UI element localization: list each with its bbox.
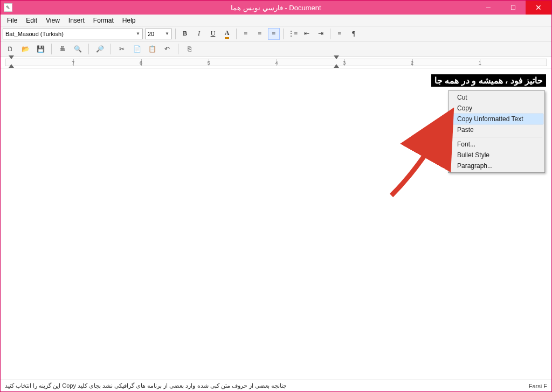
format-toolbar: Bat_Masoud (Turkish) ▼ 20 ▼ B I U A ≡ ≡ … bbox=[1, 26, 551, 41]
ctx-paste[interactable]: Paste bbox=[450, 124, 543, 135]
ctx-bullet[interactable]: Bullet Style bbox=[450, 150, 543, 160]
indent-marker-icon[interactable] bbox=[334, 55, 339, 59]
menu-file[interactable]: File bbox=[3, 16, 22, 25]
ruler-tick-label: 4 bbox=[275, 60, 278, 66]
separator bbox=[88, 44, 89, 54]
cut-button[interactable]: ✂ bbox=[116, 44, 127, 54]
ruler-tick-label: 5 bbox=[208, 60, 210, 66]
separator bbox=[111, 44, 111, 54]
menu-view[interactable]: View bbox=[42, 16, 64, 25]
align-center-button[interactable]: ≡ bbox=[254, 28, 266, 40]
indent-marker-icon[interactable] bbox=[334, 64, 339, 68]
open-button[interactable]: 📂 bbox=[20, 44, 31, 54]
font-name-select[interactable]: Bat_Masoud (Turkish) ▼ bbox=[3, 29, 143, 39]
maximize-button[interactable]: ☐ bbox=[501, 1, 526, 15]
indent-marker-icon[interactable] bbox=[9, 55, 14, 59]
ruler[interactable]: 1234567 bbox=[1, 57, 551, 68]
menu-bar: File Edit View Insert Format Help bbox=[1, 15, 551, 26]
menu-insert[interactable]: Insert bbox=[64, 16, 89, 25]
status-hint: چنانچه بعضی از حروف متن کپی شده وارد بعض… bbox=[5, 382, 287, 389]
ctx-paragraph[interactable]: Paragraph... bbox=[450, 160, 543, 171]
ctx-font[interactable]: Font... bbox=[450, 139, 543, 150]
ctx-copy-unformatted[interactable]: Copy Unformatted Text bbox=[450, 114, 543, 124]
undo-button[interactable]: ↶ bbox=[162, 44, 172, 54]
chevron-down-icon: ▼ bbox=[136, 31, 140, 36]
menu-help[interactable]: Help bbox=[118, 16, 140, 25]
indent-marker-icon[interactable] bbox=[9, 64, 14, 68]
separator bbox=[178, 44, 178, 54]
context-menu: Cut Copy Copy Unformatted Text Paste Fon… bbox=[448, 90, 545, 173]
ruler-tick-label: 2 bbox=[411, 60, 413, 66]
font-size-value: 20 bbox=[148, 31, 154, 37]
window-title: فارسي نويس هما - Document bbox=[231, 4, 321, 12]
selected-text[interactable]: حاتيز فود ، هميشه و در همه جا bbox=[431, 74, 546, 87]
separator bbox=[451, 137, 542, 137]
find-button[interactable]: 🔎 bbox=[94, 44, 105, 54]
minimize-button[interactable]: ─ bbox=[476, 1, 501, 15]
menu-edit[interactable]: Edit bbox=[22, 16, 42, 25]
document-area[interactable]: حاتيز فود ، هميشه و در همه جا Cut Copy C… bbox=[1, 68, 551, 380]
standard-toolbar: 🗋 📂 💾 🖶 🔍 🔎 ✂ 📄 📋 ↶ ⎘ bbox=[1, 41, 551, 57]
separator bbox=[283, 29, 284, 39]
decrease-indent-button[interactable]: ⇤ bbox=[301, 28, 313, 40]
ruler-tick-label: 1 bbox=[479, 60, 481, 66]
ctx-copy[interactable]: Copy bbox=[450, 103, 543, 114]
align-right-button[interactable]: ≡ bbox=[268, 28, 280, 40]
status-lang: Farsi F bbox=[529, 383, 547, 389]
ruler-tick-label: 3 bbox=[343, 60, 346, 66]
separator bbox=[51, 44, 52, 54]
chevron-down-icon: ▼ bbox=[165, 31, 169, 36]
ruler-tick-label: 7 bbox=[72, 60, 74, 66]
copy-button[interactable]: 📄 bbox=[132, 44, 142, 54]
italic-button[interactable]: I bbox=[193, 28, 205, 40]
export-button[interactable]: ⎘ bbox=[184, 44, 195, 54]
ctx-cut[interactable]: Cut bbox=[450, 92, 543, 103]
font-color-button[interactable]: A bbox=[221, 28, 233, 40]
underline-button[interactable]: U bbox=[207, 28, 219, 40]
paste-button[interactable]: 📋 bbox=[147, 44, 157, 54]
ruler-track: 1234567 bbox=[5, 59, 547, 66]
save-button[interactable]: 💾 bbox=[35, 44, 46, 54]
menu-format[interactable]: Format bbox=[89, 16, 118, 25]
separator bbox=[330, 29, 330, 39]
increase-indent-button[interactable]: ⇥ bbox=[315, 28, 327, 40]
print-button[interactable]: 🖶 bbox=[57, 44, 68, 54]
bulleted-list-button[interactable]: ⋮≡ bbox=[287, 28, 299, 40]
app-icon: ✎ bbox=[4, 3, 12, 12]
align-left-button[interactable]: ≡ bbox=[240, 28, 252, 40]
close-button[interactable]: ✕ bbox=[526, 1, 551, 15]
new-button[interactable]: 🗋 bbox=[5, 44, 16, 54]
font-name-value: Bat_Masoud (Turkish) bbox=[5, 31, 64, 37]
paragraph-button[interactable]: ¶ bbox=[348, 28, 360, 40]
separator bbox=[175, 29, 176, 39]
status-bar: چنانچه بعضی از حروف متن کپی شده وارد بعض… bbox=[1, 380, 551, 391]
title-bar: ✎ فارسي نويس هما - Document ─ ☐ ✕ bbox=[1, 1, 551, 15]
separator bbox=[236, 29, 237, 39]
ruler-tick-label: 6 bbox=[140, 60, 142, 66]
font-size-select[interactable]: 20 ▼ bbox=[145, 29, 172, 39]
print-preview-button[interactable]: 🔍 bbox=[72, 44, 83, 54]
bold-button[interactable]: B bbox=[179, 28, 191, 40]
app-window: ✎ فارسي نويس هما - Document ─ ☐ ✕ File E… bbox=[0, 0, 552, 392]
line-spacing-button[interactable]: ≡ bbox=[334, 28, 346, 40]
